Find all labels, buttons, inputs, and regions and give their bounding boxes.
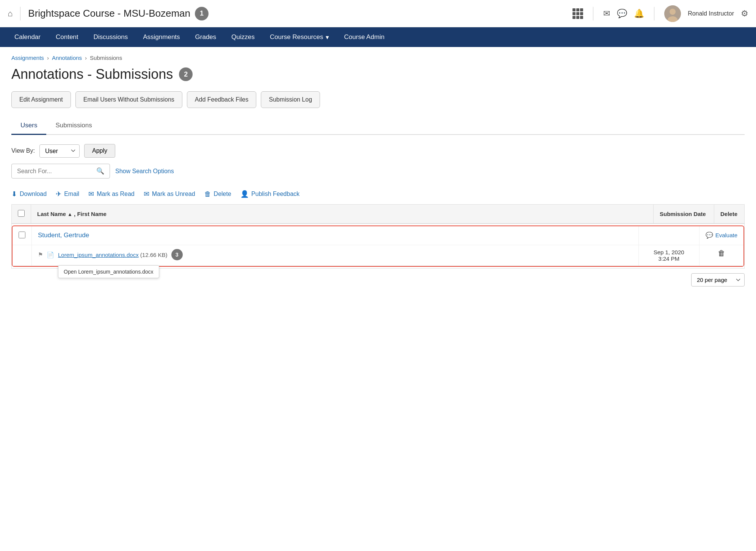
search-icon: 🔍 bbox=[96, 167, 104, 175]
search-input[interactable] bbox=[17, 168, 93, 175]
nav-item-discussions[interactable]: Discussions bbox=[87, 28, 135, 46]
nav-item-calendar[interactable]: Calendar bbox=[8, 28, 47, 46]
course-title: Brightspace Course - MSU-Bozeman bbox=[28, 8, 190, 19]
evaluate-icon: 💬 bbox=[706, 232, 713, 239]
home-icon[interactable]: ⌂ bbox=[8, 9, 13, 19]
breadcrumb: Assignments › Annotations › Submissions bbox=[11, 55, 745, 61]
publish-feedback-icon: 👤 bbox=[240, 190, 249, 198]
badge-2: 2 bbox=[179, 67, 193, 81]
divider-3 bbox=[654, 7, 654, 20]
submission-log-button[interactable]: Submission Log bbox=[261, 91, 320, 108]
student-checkbox[interactable] bbox=[19, 232, 25, 238]
email-button[interactable]: ✈ Email bbox=[56, 190, 79, 198]
apply-button[interactable]: Apply bbox=[84, 144, 115, 158]
mark-unread-icon: ✉ bbox=[144, 190, 149, 198]
search-box: 🔍 bbox=[11, 164, 110, 178]
file-info: ⚑ 📄 Lorem_ipsum_annotations.docx (12.66 … bbox=[38, 249, 632, 260]
student-name-link[interactable]: Student, Gertrude bbox=[38, 232, 89, 239]
tab-submissions[interactable]: Submissions bbox=[46, 117, 101, 135]
nav-item-content[interactable]: Content bbox=[49, 28, 85, 46]
page-title-row: Annotations - Submissions 2 bbox=[11, 66, 745, 82]
show-search-options-link[interactable]: Show Search Options bbox=[115, 168, 174, 175]
email-users-button[interactable]: Email Users Without Submissions bbox=[75, 91, 182, 108]
divider-1 bbox=[20, 7, 20, 20]
mail-icon[interactable]: ✉ bbox=[603, 9, 610, 19]
chat-icon[interactable]: 💬 bbox=[617, 9, 627, 19]
col-header-check bbox=[12, 205, 31, 224]
file-row: ⚑ 📄 Lorem_ipsum_annotations.docx (12.66 … bbox=[13, 245, 743, 266]
submission-date: Sep 1, 2020 bbox=[645, 249, 693, 255]
mark-read-icon: ✉ bbox=[88, 190, 94, 198]
delete-file-icon[interactable]: 🗑 bbox=[718, 249, 725, 257]
edit-assignment-button[interactable]: Edit Assignment bbox=[11, 91, 71, 108]
submissions-table: Last Name ▲ , First Name Submission Date… bbox=[11, 204, 745, 269]
divider-2 bbox=[593, 7, 593, 20]
chevron-down-icon: ▾ bbox=[326, 33, 329, 41]
nav-item-quizzes[interactable]: Quizzes bbox=[224, 28, 261, 46]
user-name: Ronald Instructor bbox=[688, 10, 734, 17]
flag-icon: ⚑ bbox=[38, 251, 43, 258]
search-row: 🔍 Show Search Options bbox=[11, 164, 745, 178]
tab-users[interactable]: Users bbox=[11, 117, 46, 135]
tooltip: Open Lorem_ipsum_annotations.docx bbox=[58, 265, 159, 278]
header-right: ✉ 💬 🔔 Ronald Instructor ⚙ bbox=[572, 5, 748, 22]
grid-icon[interactable] bbox=[572, 8, 583, 19]
nav-item-assignments[interactable]: Assignments bbox=[136, 28, 187, 46]
view-by-label: View By: bbox=[11, 147, 35, 154]
nav-item-course-admin[interactable]: Course Admin bbox=[337, 28, 392, 46]
per-page-select[interactable]: 10 per page 20 per page 50 per page 100 … bbox=[691, 273, 745, 286]
col-header-delete: Delete bbox=[714, 205, 745, 224]
col-header-date: Submission Date bbox=[654, 205, 714, 224]
nav-item-course-resources[interactable]: Course Resources ▾ bbox=[263, 28, 336, 47]
badge-3: 3 bbox=[171, 249, 183, 260]
download-icon: ⬇ bbox=[11, 190, 17, 198]
select-all-checkbox[interactable] bbox=[18, 210, 25, 217]
mark-as-unread-button[interactable]: ✉ Mark as Unread bbox=[144, 190, 195, 198]
settings-icon[interactable]: ⚙ bbox=[741, 9, 748, 19]
student-name-row: Student, Gertrude 💬 Evaluate bbox=[13, 226, 743, 245]
evaluate-link[interactable]: 💬 Evaluate bbox=[706, 232, 737, 239]
view-by-row: View By: User Section Apply bbox=[11, 144, 745, 158]
publish-feedback-button[interactable]: 👤 Publish Feedback bbox=[240, 190, 300, 198]
view-by-select[interactable]: User Section bbox=[39, 144, 80, 158]
delete-button[interactable]: 🗑 Delete bbox=[204, 190, 231, 198]
nav-bar: Calendar Content Discussions Assignments… bbox=[0, 27, 756, 47]
nav-item-grades[interactable]: Grades bbox=[188, 28, 223, 46]
download-button[interactable]: ⬇ Download bbox=[11, 190, 47, 198]
submission-time: 3:24 PM bbox=[645, 255, 693, 262]
table-header-row: Last Name ▲ , First Name Submission Date… bbox=[12, 205, 745, 224]
action-buttons: Edit Assignment Email Users Without Subm… bbox=[11, 91, 745, 108]
tabs: Users Submissions bbox=[11, 117, 745, 135]
main-content: Assignments › Annotations › Submissions … bbox=[0, 47, 756, 294]
bell-icon[interactable]: 🔔 bbox=[634, 9, 644, 19]
avatar bbox=[664, 5, 681, 22]
breadcrumb-sep-1: › bbox=[47, 55, 49, 61]
tooltip-container: Lorem_ipsum_annotations.docx (12.66 KB) … bbox=[58, 252, 168, 258]
breadcrumb-assignments[interactable]: Assignments bbox=[11, 55, 44, 61]
email-toolbar-icon: ✈ bbox=[56, 190, 61, 198]
svg-point-1 bbox=[670, 9, 676, 15]
sort-arrow-icon: ▲ bbox=[67, 211, 72, 217]
file-type-icon: 📄 bbox=[47, 251, 54, 258]
badge-1: 1 bbox=[195, 7, 209, 20]
delete-icon: 🗑 bbox=[204, 190, 211, 198]
col-header-name[interactable]: Last Name ▲ , First Name bbox=[31, 205, 654, 224]
file-link[interactable]: Lorem_ipsum_annotations.docx bbox=[58, 252, 139, 258]
student-section-row: Student, Gertrude 💬 Evaluate bbox=[12, 224, 745, 269]
breadcrumb-sep-2: › bbox=[85, 55, 87, 61]
breadcrumb-annotations[interactable]: Annotations bbox=[52, 55, 82, 61]
file-size: (12.66 KB) bbox=[140, 252, 168, 258]
toolbar: ⬇ Download ✈ Email ✉ Mark as Read ✉ Mark… bbox=[11, 190, 745, 198]
top-header: ⌂ Brightspace Course - MSU-Bozeman 1 ✉ 💬… bbox=[0, 0, 756, 27]
page-title: Annotations - Submissions bbox=[11, 66, 173, 82]
mark-as-read-button[interactable]: ✉ Mark as Read bbox=[88, 190, 135, 198]
add-feedback-button[interactable]: Add Feedback Files bbox=[187, 91, 256, 108]
breadcrumb-current: Submissions bbox=[90, 55, 122, 61]
header-left: ⌂ Brightspace Course - MSU-Bozeman 1 bbox=[8, 7, 572, 20]
